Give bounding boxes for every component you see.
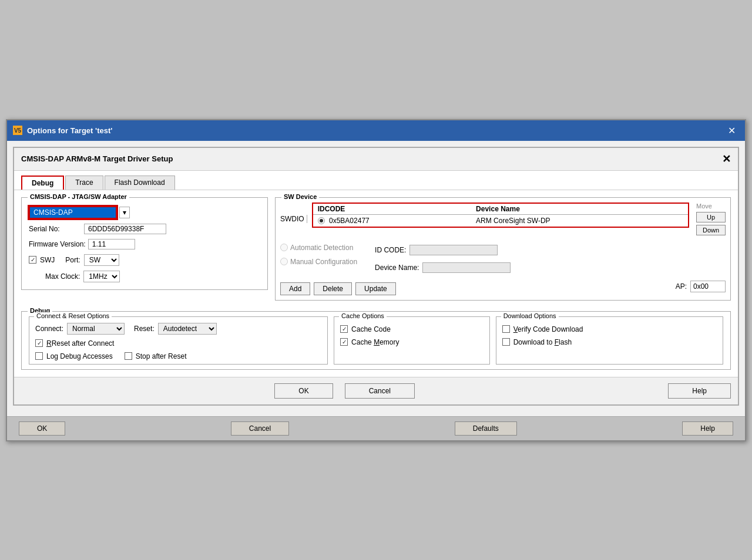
col-device-name: Device Name [471,204,688,215]
move-buttons: Move Up Down [696,203,726,235]
firmware-label: Firmware Version: [29,240,86,248]
device-row[interactable]: 0x5BA02477 ARM CoreSight SW-DP [313,214,688,227]
verify-code-checkbox[interactable] [502,325,510,333]
sw-device-inner: SWDIO IDCODE [280,203,726,235]
cache-code-checkbox[interactable] [340,325,348,333]
download-to-flash-checkbox[interactable] [502,338,510,346]
outer-ok-button[interactable]: OK [19,421,65,436]
cache-label: Cache Options [339,312,387,319]
app-icon: V5 [13,126,22,135]
tab-flash-download[interactable]: Flash Download [105,176,175,190]
stop-after-reset-label: Stop after Reset [136,352,187,360]
reset-after-connect-checkbox[interactable] [35,339,43,347]
download-label: Download Options [501,312,559,319]
ap-label: AP: [676,282,687,291]
help-button[interactable]: Help [668,383,731,399]
serial-row: Serial No: 6DDD56D99338F [29,224,260,234]
device-table: IDCODE Device Name [313,204,688,227]
adapter-group: CMSIS-DAP - JTAG/SW Adapter CMSIS-DAP ▾ … [21,197,268,290]
idcode-label: ID CODE: [375,246,406,254]
ap-input[interactable] [690,281,726,292]
ok-button[interactable]: OK [274,383,333,399]
stop-after-reset-checkbox[interactable] [125,352,132,360]
col-idcode: IDCODE [313,204,471,215]
max-clock-label: Max Clock: [45,272,80,281]
radio-col: Automatic Detection Manual Configuration [280,241,357,273]
sw-device-label: SW Device [281,193,319,200]
outer-bottom-bar: OK Cancel Defaults Help [7,416,745,440]
up-button[interactable]: Up [696,212,726,222]
download-options-group: Download Options Verify Code Download [496,316,723,365]
reset-after-connect-row: RReset after Connect [35,339,321,348]
port-label: Port: [65,256,80,264]
device-table-area: IDCODE Device Name [312,203,689,235]
port-select[interactable]: SW JTAG [84,254,119,266]
swj-checkbox[interactable] [29,256,36,264]
left-panel: CMSIS-DAP - JTAG/SW Adapter CMSIS-DAP ▾ … [21,197,268,305]
device-name-input[interactable] [422,262,511,273]
inner-close-button[interactable]: ✕ [722,153,731,166]
cache-memory-row: Cache Memory [340,338,484,346]
swdio-label: SWDIO [280,215,307,223]
tabs-row: Debug Trace Flash Download [14,171,738,190]
adapter-dropdown-btn[interactable]: ▾ [119,207,130,218]
log-stop-row: Log Debug Accesses Stop after Reset [35,348,321,360]
delete-button[interactable]: Delete [314,282,352,295]
inner-titlebar: CMSIS-DAP ARMv8-M Target Driver Setup ✕ [14,148,738,171]
inner-dialog-title: CMSIS-DAP ARMv8-M Target Driver Setup [21,154,173,163]
connect-reset-label: Connect & Reset Options [34,312,112,319]
down-button[interactable]: Down [696,225,726,235]
swj-label: SWJ [40,256,55,264]
download-to-flash-label: Download to Flash [513,338,572,346]
device-radio [318,217,325,224]
two-column-layout: CMSIS-DAP - JTAG/SW Adapter CMSIS-DAP ▾ … [21,197,731,305]
inner-dialog: CMSIS-DAP ARMv8-M Target Driver Setup ✕ … [13,147,739,406]
stop-after-reset-row: Stop after Reset [125,352,187,360]
serial-label: Serial No: [29,225,82,233]
connect-select[interactable]: Normal Pre-reset Under Reset [67,323,125,335]
idcode-area: ID CODE: Device Name: [375,241,511,273]
dialog-content: CMSIS-DAP - JTAG/SW Adapter CMSIS-DAP ▾ … [14,190,738,377]
cache-options-group: Cache Options Cache Code Cache Memory [334,316,490,365]
log-debug-label: Log Debug Accesses [46,352,113,360]
tab-trace[interactable]: Trace [65,176,103,190]
device-idcode: 0x5BA02477 [313,214,471,227]
ap-row: AP: [676,281,726,292]
outer-help-button[interactable]: Help [682,421,733,436]
idcode-input[interactable] [409,245,498,255]
update-button[interactable]: Update [355,282,396,295]
connect-reset-group: Connect & Reset Options Connect: Normal … [29,316,328,365]
cache-memory-checkbox[interactable] [340,338,348,346]
tab-debug[interactable]: Debug [21,176,64,190]
outer-defaults-button[interactable]: Defaults [455,421,517,436]
device-table-wrapper: IDCODE Device Name [312,203,689,228]
outer-window-title: Options for Target 'test' [27,126,112,135]
move-label: Move [696,203,726,210]
max-clock-select[interactable]: 1MHz 2MHz 4MHz 8MHz [83,271,120,282]
add-button[interactable]: Add [280,282,310,295]
outer-body: CMSIS-DAP ARMv8-M Target Driver Setup ✕ … [7,141,745,411]
detection-options: Automatic Detection Manual Configuration [280,241,726,273]
idcode-row: ID CODE: [375,245,511,255]
log-debug-row: Log Debug Accesses [35,352,113,360]
connect-row: Connect: Normal Pre-reset Under Reset Re… [35,323,321,335]
manual-config-radio[interactable] [280,258,288,265]
outer-close-button[interactable]: ✕ [724,124,739,137]
device-name: ARM CoreSight SW-DP [471,214,688,227]
cancel-button[interactable]: Cancel [345,383,415,399]
log-debug-checkbox[interactable] [35,352,43,360]
verify-code-label: Verify Code Download [513,325,583,333]
reset-label: Reset: [134,325,155,333]
adapter-select-value[interactable]: CMSIS-DAP [29,206,117,219]
reset-select[interactable]: Autodetect Software Hardware [158,323,217,335]
reset-after-connect-label: RReset after Connect [46,339,114,348]
auto-detect-label: Automatic Detection [280,244,357,252]
debug-section: Debug Connect & Reset Options Connect: N… [21,311,731,370]
swj-port-row: SWJ Port: SW JTAG [29,254,260,266]
sw-device-group: SW Device SWDIO [275,197,731,301]
outer-cancel-button[interactable]: Cancel [231,421,289,436]
auto-detect-radio[interactable] [280,244,288,251]
adapter-row: CMSIS-DAP ▾ [29,206,260,219]
max-clock-row: Max Clock: 1MHz 2MHz 4MHz 8MHz [29,271,260,282]
bottom-buttons: OK Cancel Help [14,377,738,404]
